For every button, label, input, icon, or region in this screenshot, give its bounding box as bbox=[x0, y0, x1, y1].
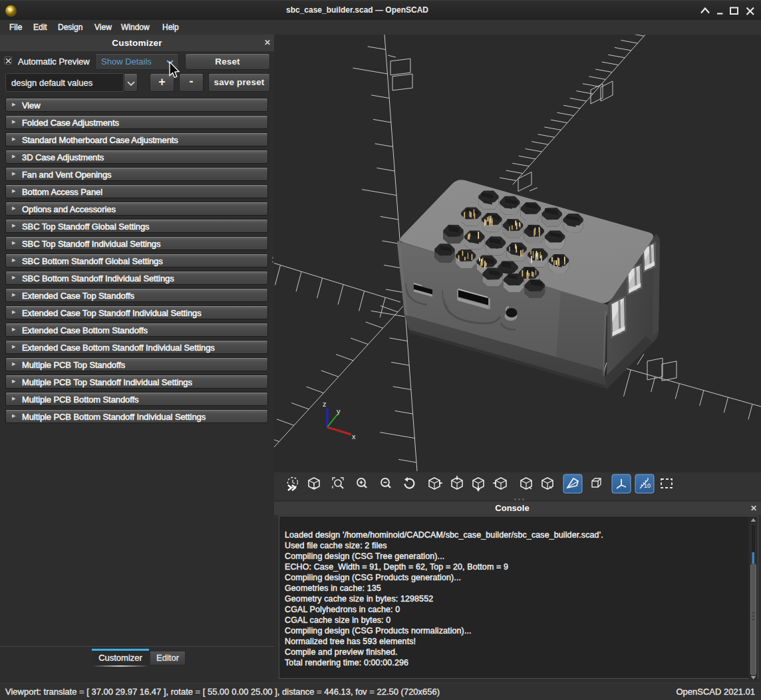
svg-text:10: 10 bbox=[644, 482, 651, 489]
